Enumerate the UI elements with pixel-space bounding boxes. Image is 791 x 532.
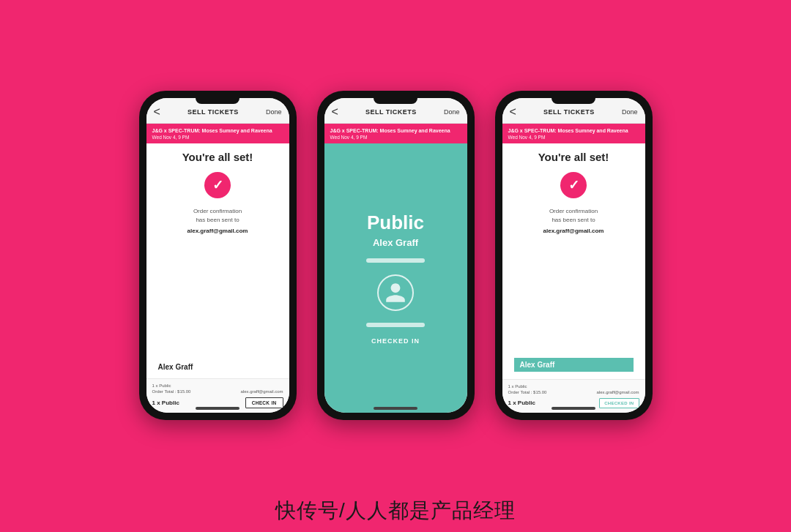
ticket-label-right: 1 x Public xyxy=(508,400,535,406)
checkin-avatar xyxy=(377,274,414,311)
phones-container: < SELL TICKETS Done J&G x SPEC-TRUM: Mos… xyxy=(0,0,791,481)
confirmation-body-left: You're all set! Order confirmation has b… xyxy=(146,143,289,378)
order-total-row-right: Order Total : $15.00 alex.graff@gmail.co… xyxy=(508,390,639,394)
order-info-right: 1 x Public xyxy=(508,384,639,389)
all-set-text-left: You're all set! xyxy=(182,151,253,163)
phone-screen-left: < SELL TICKETS Done J&G x SPEC-TRUM: Mos… xyxy=(146,98,289,413)
back-button-left[interactable]: < xyxy=(154,105,160,119)
customer-name-right: Alex Graff xyxy=(514,358,634,372)
order-email-left: alex.graff@gmail.com xyxy=(240,389,283,394)
done-button-right[interactable]: Done xyxy=(622,108,638,116)
back-button-right[interactable]: < xyxy=(510,105,516,119)
order-info-left: 1 x Public xyxy=(152,383,283,388)
back-button-middle[interactable]: < xyxy=(332,105,338,119)
home-indicator-left xyxy=(196,407,239,410)
phone-screen-right: < SELL TICKETS Done J&G x SPEC-TRUM: Mos… xyxy=(502,98,645,413)
confirmation-email-right: alex.graff@gmail.com xyxy=(543,228,604,234)
all-set-text-right: You're all set! xyxy=(538,151,609,163)
event-bar-left: J&G x SPEC-TRUM: Moses Sumney and Raveen… xyxy=(146,124,289,143)
event-date-middle: Wed Nov 4, 9 PM xyxy=(330,135,461,140)
header-title-middle: SELL TICKETS xyxy=(365,108,417,116)
header-title-left: SELL TICKETS xyxy=(187,108,239,116)
order-total-left: Order Total : $15.00 xyxy=(152,389,191,394)
event-bar-right: J&G x SPEC-TRUM: Moses Sumney and Raveen… xyxy=(502,124,645,143)
checked-in-button-right[interactable]: CHECKED IN xyxy=(599,398,639,408)
order-email-right: alex.graff@gmail.com xyxy=(596,390,639,394)
phone-notch-left xyxy=(196,98,239,104)
event-date-right: Wed Nov 4, 9 PM xyxy=(508,135,639,140)
header-title-right: SELL TICKETS xyxy=(543,108,595,116)
checkin-customer-name: Alex Graff xyxy=(373,237,418,248)
checked-in-label: CHECKED IN xyxy=(371,337,420,345)
checkin-ticket-type: Public xyxy=(367,211,424,234)
screen-content-left: You're all set! Order confirmation has b… xyxy=(146,143,289,413)
event-bar-middle: J&G x SPEC-TRUM: Moses Sumney and Raveen… xyxy=(324,124,467,143)
confirmation-msg-left: Order confirmation has been sent to xyxy=(193,207,242,225)
event-name-left: J&G x SPEC-TRUM: Moses Sumney and Raveen… xyxy=(152,127,283,134)
phone-right: < SELL TICKETS Done J&G x SPEC-TRUM: Mos… xyxy=(495,91,653,420)
checkin-screen: Public Alex Graff CHECKED IN xyxy=(324,143,467,413)
confirmation-body-right: You're all set! Order confirmation has b… xyxy=(502,143,645,379)
event-name-middle: J&G x SPEC-TRUM: Moses Sumney and Raveen… xyxy=(330,127,461,134)
done-button-left[interactable]: Done xyxy=(266,108,282,116)
done-button-middle[interactable]: Done xyxy=(444,108,460,116)
customer-name-left: Alex Graff xyxy=(158,363,193,371)
order-total-row-left: Order Total : $15.00 alex.graff@gmail.co… xyxy=(152,389,283,394)
home-indicator-middle xyxy=(374,407,417,410)
phone-notch-right xyxy=(552,98,595,104)
phone-screen-middle: < SELL TICKETS Done J&G x SPEC-TRUM: Mos… xyxy=(324,98,467,413)
watermark: 快传号/人人都是产品经理 xyxy=(0,497,791,525)
event-name-right: J&G x SPEC-TRUM: Moses Sumney and Raveen… xyxy=(508,127,639,134)
order-total-right: Order Total : $15.00 xyxy=(508,390,547,394)
check-in-button-left[interactable]: CHECK IN xyxy=(245,397,283,408)
confirmation-msg-right: Order confirmation has been sent to xyxy=(549,207,598,225)
phone-notch-middle xyxy=(374,98,417,104)
checkin-bar-bottom xyxy=(366,323,425,327)
screen-content-right: You're all set! Order confirmation has b… xyxy=(502,143,645,413)
event-date-left: Wed Nov 4, 9 PM xyxy=(152,135,283,140)
checkin-bar-top xyxy=(366,258,425,263)
ticket-label-left: 1 x Public xyxy=(152,400,179,406)
home-indicator-right xyxy=(552,407,595,410)
phone-left: < SELL TICKETS Done J&G x SPEC-TRUM: Mos… xyxy=(139,91,297,420)
check-circle-right xyxy=(560,172,587,198)
confirmation-email-left: alex.graff@gmail.com xyxy=(187,228,248,234)
phone-middle: < SELL TICKETS Done J&G x SPEC-TRUM: Mos… xyxy=(317,91,475,420)
check-circle-left xyxy=(204,172,231,198)
